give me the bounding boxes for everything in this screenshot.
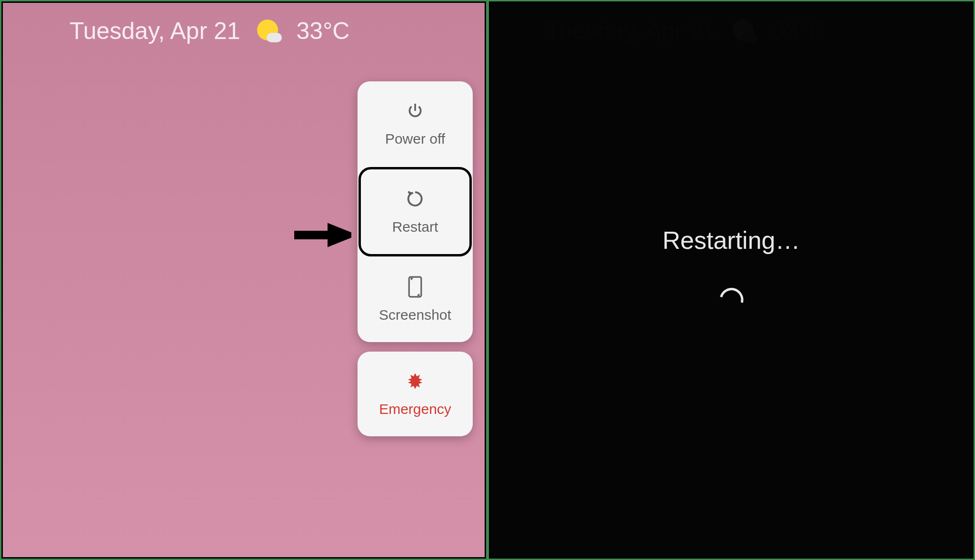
weather-icon — [257, 20, 280, 42]
power-off-label: Power off — [385, 131, 445, 147]
left-panel: Tuesday, Apr 21 33°C Power off — [1, 1, 486, 559]
emergency-icon — [405, 371, 426, 392]
restart-label: Restart — [392, 219, 438, 235]
right-panel: Tuesday, Apr 21 33°C Restarting… — [489, 1, 974, 559]
weather-icon-dimmed — [733, 20, 756, 42]
emergency-button[interactable]: Emergency — [358, 352, 473, 436]
emergency-label: Emergency — [379, 401, 451, 417]
status-bar-dimmed: Tuesday, Apr 21 33°C — [490, 3, 972, 54]
power-menu-group: Power off Restart — [358, 81, 473, 436]
screenshot-button[interactable]: Screenshot — [358, 257, 473, 342]
temperature-text: 33°C — [297, 17, 350, 45]
status-bar: Tuesday, Apr 21 33°C — [3, 3, 485, 54]
date-text-dimmed: Tuesday, Apr 21 — [545, 17, 716, 45]
temperature-text-dimmed: 33°C — [772, 17, 826, 45]
screenshot-icon — [405, 276, 426, 297]
restart-button[interactable]: Restart — [358, 167, 472, 256]
date-text: Tuesday, Apr 21 — [70, 17, 240, 45]
power-icon — [405, 100, 426, 121]
restart-icon — [405, 188, 426, 209]
restarting-container: Restarting… — [663, 226, 800, 312]
power-off-button[interactable]: Power off — [358, 81, 473, 166]
emergency-menu: Emergency — [358, 352, 473, 436]
arrow-pointer-icon — [294, 222, 351, 248]
restarting-label: Restarting… — [663, 226, 800, 255]
screenshot-label: Screenshot — [379, 307, 451, 323]
spinner-icon — [715, 284, 747, 316]
power-menu: Power off Restart — [358, 81, 473, 342]
